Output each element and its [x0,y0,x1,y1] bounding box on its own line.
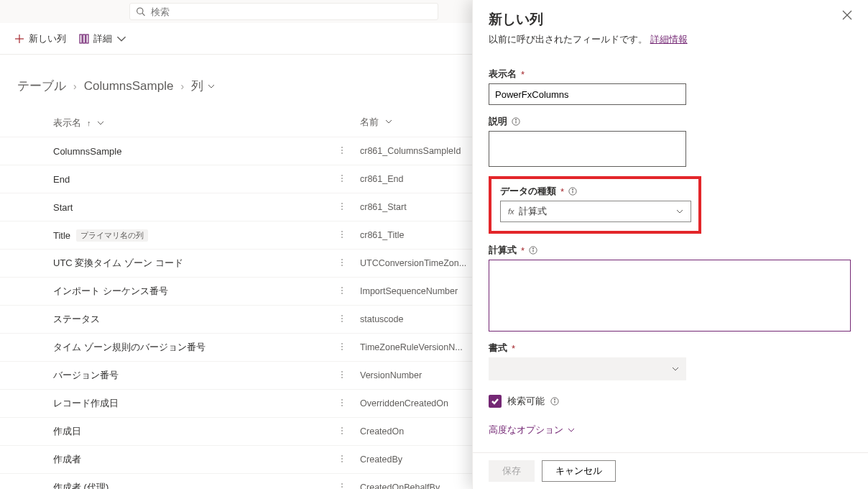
ellipsis-v-icon [337,454,347,464]
plus-icon [14,34,24,44]
svg-point-24 [341,293,343,294]
ellipsis-v-icon [337,370,347,380]
chevron-down-icon [676,208,683,215]
svg-point-22 [341,287,343,288]
cell-display-name: インポート シーケンス番号 [53,285,337,298]
format-label: 書式* [489,342,852,355]
close-button[interactable] [842,10,852,22]
sort-asc-icon: ↑ [87,119,91,127]
svg-rect-5 [83,35,86,43]
fx-icon: fx [508,207,514,216]
svg-point-25 [341,315,343,316]
display-name-input[interactable] [489,83,686,105]
row-more-button[interactable] [337,229,347,242]
svg-point-28 [341,343,343,344]
breadcrumb-sep: › [180,81,184,92]
svg-point-16 [341,231,343,232]
row-more-button[interactable] [337,454,347,466]
row-more-button[interactable] [337,201,347,214]
breadcrumb-last[interactable]: 列 [191,78,215,94]
svg-point-21 [341,265,343,266]
close-icon [842,10,852,20]
chevron-down-icon [672,365,679,373]
ellipsis-v-icon [337,482,347,490]
details-label: 詳細 [93,32,112,45]
datatype-label: データの種類* [500,185,690,198]
row-more-button[interactable] [337,426,347,438]
advanced-options-toggle[interactable]: 高度なオプション [489,424,852,437]
save-button[interactable]: 保存 [489,460,535,482]
search-input[interactable] [151,6,432,17]
datatype-select[interactable]: fx 計算式 [500,201,691,222]
formula-label: 計算式* [489,244,852,257]
row-more-button[interactable] [337,398,347,410]
row-more-button[interactable] [337,342,347,354]
svg-point-40 [341,455,343,457]
svg-point-29 [341,346,343,347]
learn-more-link[interactable]: 詳細情報 [650,34,688,45]
svg-point-44 [341,486,343,488]
svg-point-56 [532,248,533,249]
row-more-button[interactable] [337,173,347,186]
row-more-button[interactable] [337,257,347,270]
breadcrumb-mid[interactable]: ColumnsSample [84,79,174,93]
svg-point-59 [554,399,555,400]
svg-point-30 [341,349,343,350]
header-display-name[interactable]: 表示名 ↑ [53,116,337,129]
cell-display-name: レコード作成日 [53,397,337,410]
svg-line-1 [142,13,144,15]
cell-display-name: 作成者 (代理) [53,481,337,489]
description-input[interactable] [489,131,686,167]
panel-title: 新しい列 [489,10,842,29]
primary-name-pill: プライマリ名の列 [76,229,148,242]
global-search-box[interactable] [129,3,438,20]
details-command[interactable]: 詳細 [79,32,126,45]
ellipsis-v-icon [337,201,347,211]
breadcrumb-root[interactable]: テーブル [17,78,66,94]
svg-point-14 [341,206,343,207]
ellipsis-v-icon [337,229,347,239]
row-more-button[interactable] [337,314,347,326]
svg-point-34 [341,399,343,401]
row-more-button[interactable] [337,370,347,382]
svg-point-53 [572,189,573,190]
svg-point-27 [341,321,343,322]
format-select[interactable] [489,357,686,380]
description-label: 説明 [489,115,852,128]
svg-point-33 [341,377,343,378]
row-more-button[interactable] [337,482,347,490]
info-icon [529,246,537,255]
svg-point-15 [341,209,343,210]
cell-display-name: End [53,174,337,185]
ellipsis-v-icon [337,426,347,436]
svg-point-32 [341,374,343,375]
svg-point-38 [341,430,343,431]
svg-point-8 [341,150,343,151]
svg-point-37 [341,427,343,429]
svg-point-42 [341,461,343,462]
searchable-checkbox[interactable] [489,395,502,408]
svg-point-10 [341,175,343,176]
svg-point-11 [341,178,343,179]
datatype-value: 計算式 [519,206,547,218]
breadcrumb-sep: › [73,81,77,92]
cell-display-name: バージョン番号 [53,369,337,382]
svg-point-50 [515,119,516,120]
ellipsis-v-icon [337,145,347,155]
chevron-down-icon [116,34,126,44]
formula-editor[interactable] [489,260,851,332]
new-column-label: 新しい列 [29,32,66,45]
cell-display-name: 作成日 [53,425,337,438]
row-more-button[interactable] [337,285,347,298]
svg-point-19 [341,259,343,260]
svg-point-41 [341,458,343,460]
panel-subtitle: 以前に呼び出されたフィールドです。 詳細情報 [473,33,868,56]
search-icon [136,6,145,17]
cancel-button[interactable]: キャンセル [542,460,616,482]
new-column-command[interactable]: 新しい列 [14,32,66,45]
svg-point-12 [341,180,343,182]
row-more-button[interactable] [337,145,347,157]
chevron-down-icon [97,119,104,127]
cell-display-name: 作成者 [53,453,337,466]
svg-point-31 [341,371,343,373]
